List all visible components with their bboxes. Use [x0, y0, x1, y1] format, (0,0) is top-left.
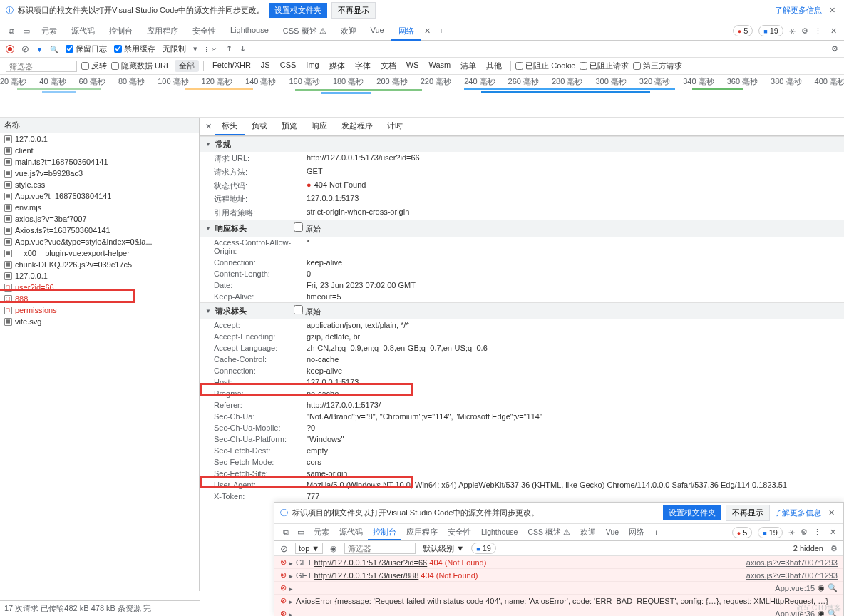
filter-Wasm[interactable]: Wasm: [424, 60, 455, 72]
request-row[interactable]: ▦vite.svg: [0, 316, 199, 327]
device-icon[interactable]: ⧉: [4, 26, 19, 36]
close-icon[interactable]: ✕: [825, 508, 838, 518]
filter-Img[interactable]: Img: [302, 60, 323, 72]
tab-close-icon[interactable]: ✕: [421, 26, 433, 36]
request-row[interactable]: ▢user?id=66: [0, 282, 199, 293]
name-column-header[interactable]: 名称: [0, 118, 199, 133]
filter-CSS[interactable]: CSS: [276, 60, 301, 72]
drawer-icon[interactable]: ⚹: [788, 528, 795, 537]
learn-more-link[interactable]: 了解更多信息: [774, 508, 821, 518]
source-link[interactable]: App.vue:15: [775, 584, 815, 592]
filter-all[interactable]: 全部: [175, 60, 199, 72]
tab-Lighthouse[interactable]: Lighthouse: [223, 22, 276, 40]
request-row[interactable]: ▦App.vue?vue&type=style&index=0&la...: [0, 236, 199, 247]
devtools-close-icon[interactable]: ✕: [828, 26, 840, 36]
add-tab-icon[interactable]: +: [433, 26, 449, 35]
tab-源代码[interactable]: 源代码: [64, 22, 102, 40]
expand-arrow[interactable]: [289, 558, 293, 567]
console-settings-icon[interactable]: [830, 544, 838, 553]
section-request[interactable]: 请求标头 原始: [200, 302, 844, 319]
request-row[interactable]: ▦__x00__plugin-vue:export-helper: [0, 247, 199, 259]
add-tab-icon[interactable]: +: [649, 528, 662, 537]
filter-清单[interactable]: 清单: [456, 60, 480, 72]
set-root-button[interactable]: 设置根文件夹: [663, 505, 721, 520]
console-line[interactable]: GET http://127.0.0.1:5173/user?id=66 404…: [274, 556, 843, 569]
request-row[interactable]: ▦App.vue?t=1687503604141: [0, 190, 199, 202]
blocked-req-checkbox[interactable]: 已阻止请求: [580, 61, 629, 71]
section-general[interactable]: 常规: [200, 136, 844, 152]
search-icon[interactable]: 🔍: [828, 583, 838, 591]
tab-应用程序[interactable]: 应用程序: [140, 22, 185, 40]
request-row[interactable]: ▦style.css: [0, 179, 199, 190]
clear-button[interactable]: [280, 543, 288, 554]
inspect-icon[interactable]: ▭: [293, 528, 309, 537]
filter-toggle[interactable]: [36, 45, 43, 53]
settings-icon[interactable]: [801, 528, 808, 537]
tab-源代码[interactable]: 源代码: [334, 525, 368, 540]
third-party-checkbox[interactable]: 第三方请求: [633, 61, 682, 71]
preserve-log-checkbox[interactable]: 保留日志: [66, 43, 107, 54]
tab-元素[interactable]: 元素: [34, 22, 64, 40]
filter-JS[interactable]: JS: [257, 60, 274, 72]
hide-data-checkbox[interactable]: 隐藏数据 URL: [111, 61, 170, 71]
detail-tab-负载[interactable]: 负载: [245, 118, 274, 135]
request-row[interactable]: ▦vue.js?v=b9928ac3: [0, 168, 199, 179]
tab-欢迎[interactable]: 欢迎: [575, 525, 601, 540]
detail-tab-响应[interactable]: 响应: [304, 118, 334, 135]
clear-button[interactable]: [21, 43, 29, 54]
tab-CSS 概述 ⚠[interactable]: CSS 概述 ⚠: [523, 525, 575, 540]
detail-tab-发起程序[interactable]: 发起程序: [334, 118, 380, 135]
search-icon[interactable]: [50, 45, 58, 53]
section-response[interactable]: 响应标头 原始: [200, 220, 844, 237]
tab-控制台[interactable]: 控制台: [102, 22, 140, 40]
errors-badge[interactable]: 5: [733, 25, 753, 36]
set-root-button[interactable]: 设置根文件夹: [269, 3, 327, 18]
filter-WS[interactable]: WS: [402, 60, 423, 72]
tab-安全性[interactable]: 安全性: [443, 525, 476, 540]
throttle-dropdown[interactable]: 无限制: [163, 43, 186, 54]
context-dropdown[interactable]: top ▼: [295, 543, 323, 554]
level-dropdown[interactable]: 默认级别 ▼: [423, 543, 464, 554]
console-line[interactable]: GET http://127.0.0.1:5173/user/888 404 (…: [274, 569, 843, 582]
tab-Vue[interactable]: Vue: [364, 22, 391, 40]
filter-文档[interactable]: 文档: [376, 60, 401, 72]
messages-badge[interactable]: 19: [758, 25, 783, 36]
request-row[interactable]: ▦Axios.ts?t=1687503604141: [0, 225, 199, 236]
tab-网络[interactable]: 网络: [391, 22, 421, 40]
tab-网络[interactable]: 网络: [624, 525, 649, 540]
menu-icon[interactable]: [814, 26, 822, 36]
download-icon[interactable]: ↧: [240, 44, 246, 53]
upload-icon[interactable]: ↥: [226, 44, 232, 53]
tab-CSS 概述 ⚠[interactable]: CSS 概述 ⚠: [276, 22, 334, 40]
disable-cache-checkbox[interactable]: 禁用缓存: [114, 43, 155, 54]
record-button[interactable]: [6, 45, 14, 53]
messages-badge[interactable]: 19: [758, 527, 783, 538]
request-row[interactable]: ▦axios.js?v=3baf7007: [0, 213, 199, 225]
settings-icon[interactable]: [801, 26, 808, 36]
tab-应用程序[interactable]: 应用程序: [401, 525, 443, 540]
filter-其他[interactable]: 其他: [482, 60, 506, 72]
eye-icon[interactable]: ◉: [330, 544, 337, 553]
request-row[interactable]: ▦client: [0, 145, 199, 156]
filter-字体[interactable]: 字体: [351, 60, 375, 72]
tab-控制台[interactable]: 控制台: [368, 525, 401, 540]
detail-tab-标头[interactable]: 标头: [215, 118, 245, 135]
learn-more-link[interactable]: 了解更多信息: [775, 5, 822, 16]
console-filter[interactable]: [344, 543, 416, 554]
tab-欢迎[interactable]: 欢迎: [334, 22, 364, 40]
close-icon[interactable]: ✕: [827, 528, 839, 537]
filter-input[interactable]: [6, 61, 77, 72]
request-row[interactable]: ▦127.0.0.1: [0, 270, 199, 282]
timeline[interactable]: 20 毫秒40 毫秒60 毫秒80 毫秒100 毫秒120 毫秒140 毫秒16…: [0, 75, 844, 118]
expand-arrow[interactable]: [289, 571, 293, 580]
drawer-icon[interactable]: ⚹: [789, 26, 796, 36]
request-row[interactable]: ▦chunk-DFKQJ226.js?v=039c17c5: [0, 259, 199, 270]
filter-媒体[interactable]: 媒体: [325, 60, 349, 72]
detail-close-icon[interactable]: ✕: [202, 122, 215, 131]
request-row[interactable]: ▢888: [0, 293, 199, 304]
request-row[interactable]: ▦main.ts?t=1687503604141: [0, 156, 199, 168]
filter-Fetch/XHR[interactable]: Fetch/XHR: [208, 60, 255, 72]
detail-tab-预览[interactable]: 预览: [274, 118, 304, 135]
tab-Lighthouse[interactable]: Lighthouse: [476, 525, 523, 540]
tab-元素[interactable]: 元素: [309, 525, 334, 540]
